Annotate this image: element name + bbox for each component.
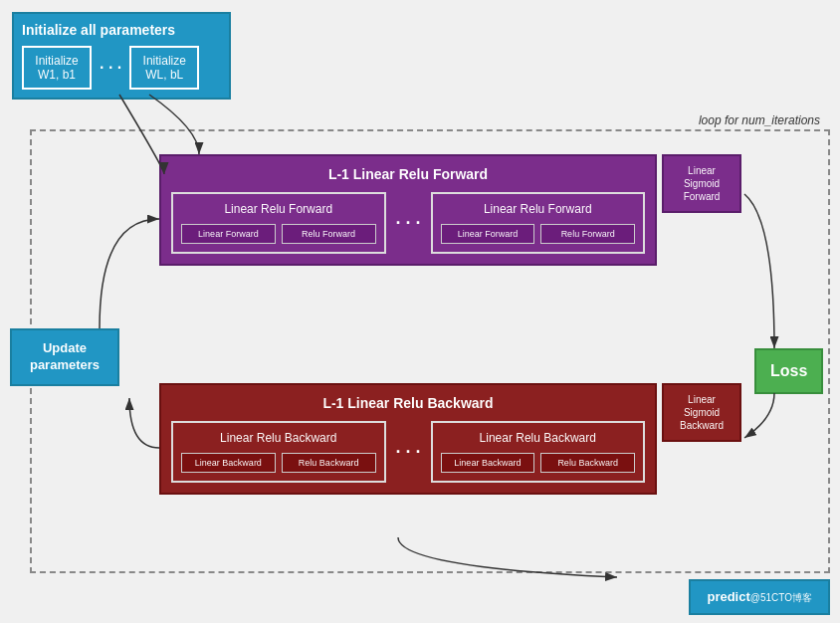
relu-backward-sub2: Relu Backward [540, 453, 635, 473]
update-params-box: Update parameters [10, 328, 119, 386]
backward-title: L-1 Linear Relu Backward [171, 395, 645, 411]
relu-forward-right: Linear Relu Forward Linear Forward Relu … [431, 192, 646, 254]
relu-backward-right: Linear Relu Backward Linear Backward Rel… [431, 421, 646, 483]
relu-forward-left: Linear Relu Forward Linear Forward Relu … [171, 192, 386, 254]
relu-forward-left-subs: Linear Forward Relu Forward [181, 224, 376, 244]
relu-backward-right-title: Linear Relu Backward [441, 431, 636, 445]
init-wl-box: Initialize WL, bL [129, 46, 199, 90]
forward-title: L-1 Linear Relu Forward [171, 166, 645, 182]
linear-backward-sub2: Linear Backward [441, 453, 535, 473]
relu-forward-left-title: Linear Relu Forward [181, 202, 376, 216]
sigmoid-forward-box: Linear Sigmoid Forward [662, 154, 741, 213]
linear-forward-sub2: Linear Forward [441, 224, 535, 244]
relu-backward-sub1: Relu Backward [282, 453, 376, 473]
backward-dots: · · · [396, 442, 421, 463]
loop-label: loop for num_iterations [699, 113, 820, 127]
loss-box: Loss [754, 348, 823, 394]
relu-backward-left-subs: Linear Backward Relu Backward [181, 453, 376, 473]
predict-box: predict@51CTO博客 [689, 579, 830, 615]
init-w1-box: Initialize W1, b1 [22, 46, 92, 90]
relu-forward-sub2: Relu Forward [540, 224, 635, 244]
linear-forward-sub1: Linear Forward [181, 224, 276, 244]
init-params-container: Initialize all parameters Initialize W1,… [12, 12, 231, 100]
init-params-title: Initialize all parameters [22, 22, 221, 38]
relu-forward-right-title: Linear Relu Forward [441, 202, 636, 216]
linear-backward-sub1: Linear Backward [181, 453, 276, 473]
relu-forward-right-subs: Linear Forward Relu Forward [441, 224, 636, 244]
relu-backward-left: Linear Relu Backward Linear Backward Rel… [171, 421, 386, 483]
forward-dots: · · · [396, 213, 421, 234]
forward-inner: Linear Relu Forward Linear Forward Relu … [171, 192, 645, 254]
predict-watermark: @51CTO博客 [750, 592, 812, 603]
backward-inner: Linear Relu Backward Linear Backward Rel… [171, 421, 645, 483]
relu-forward-sub1: Relu Forward [282, 224, 376, 244]
forward-section: L-1 Linear Relu Forward Linear Relu Forw… [159, 154, 657, 266]
backward-section: L-1 Linear Relu Backward Linear Relu Bac… [159, 383, 657, 495]
init-params-inner: Initialize W1, b1 · · · Initialize WL, b… [22, 46, 221, 90]
init-dots: · · · [100, 59, 121, 77]
relu-backward-right-subs: Linear Backward Relu Backward [441, 453, 636, 473]
sigmoid-backward-box: Linear Sigmoid Backward [662, 383, 741, 442]
relu-backward-left-title: Linear Relu Backward [181, 431, 376, 445]
